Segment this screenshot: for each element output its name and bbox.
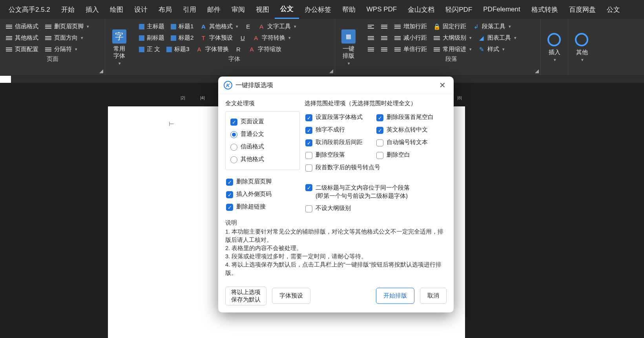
btn-emphasis[interactable]: E [242,22,254,32]
group-launcher-icon[interactable]: ◢ [535,68,539,74]
group-launcher-icon[interactable]: ◢ [329,68,333,74]
close-button[interactable]: ✕ [437,80,448,90]
btn-char-convert[interactable]: A字符转换▾ [250,33,293,43]
menubar: 公文高手2.5.2 开始 插入 绘图 设计 布局 引用 邮件 审阅 视图 公文 … [0,0,644,19]
ribbon-group-paragraph: 增加行距 🔒固定行距 ↲段落工具▾ 减小行距 大纲级别▾ ◢图表工具▾ 单倍行距… [362,19,541,75]
btn-dec-line[interactable]: 减小行距 [392,33,429,43]
menu-ref[interactable]: 引用 [177,0,202,19]
menu-draw[interactable]: 绘图 [104,0,129,19]
btn-font-replace[interactable]: A字体替换 [193,44,231,55]
menu-gongwen2[interactable]: 公文 [601,0,626,19]
btn-font-other[interactable]: A其他格式▾ [197,21,241,32]
checkbox-icon [305,139,312,146]
menu-pdfelement[interactable]: PDFelement [478,0,525,19]
btn-align-vert[interactable] [378,44,390,55]
checkbox-icon [226,179,233,186]
btn-page-direction[interactable]: 页面方向▾ [42,33,86,43]
checkbox-icon [376,152,383,159]
font-icon: 字 [112,29,126,44]
check-del-blank[interactable]: 删除空白 [376,149,447,161]
check-punct-convert[interactable]: 英文标点转中文 [376,124,447,136]
menu-convert[interactable]: 格式转换 [526,0,564,19]
menu-help[interactable]: 帮助 [337,0,361,19]
indent-icon [433,46,440,53]
menu-mail[interactable]: 邮件 [202,0,226,19]
btn-align-right[interactable] [365,33,377,43]
btn-style[interactable]: ✎样式▾ [476,44,507,55]
check-del-hyperlink[interactable]: 删除超链接 [225,201,300,213]
check-del-header-footer[interactable]: 删除页眉页脚 [225,175,300,188]
btn-font-preset[interactable]: T字体预设 [197,33,235,43]
menu-lightpdf[interactable]: 轻闪PDF [440,0,478,19]
btn-cancel[interactable]: 取消 [420,288,447,304]
check-insert-page-number[interactable]: 插入外侧页码 [225,188,300,201]
btn-main-title[interactable]: 主标题 [137,21,167,32]
text-tool-icon: A [258,23,265,30]
btn-para-tool[interactable]: ↲段落工具▾ [470,21,513,32]
menu-wpspdf[interactable]: WPS PDF [361,0,402,19]
btn-rotate[interactable]: R [233,44,244,55]
menu-jinshan[interactable]: 金山文档 [402,0,440,19]
btn-align-dist[interactable] [365,44,377,55]
check-comma-to-dot[interactable]: 段首数字后的顿号转点号 [305,161,447,174]
align-left-icon [367,23,374,30]
text-cursor: ⊢ [169,120,174,128]
menu-gongwen[interactable]: 公文 [275,0,299,19]
btn-other-format[interactable]: 其他格式 [3,33,41,43]
radio-normal-doc[interactable]: 普通公文 [230,128,296,141]
btn-underline[interactable]: U [237,33,248,43]
btn-save-default[interactable]: 将以上选项 保存为默认 [225,287,266,305]
btn-h2[interactable]: 标题2 [168,33,196,43]
radio-other-format[interactable]: 其他格式 [230,153,296,166]
menu-start[interactable]: 开始 [56,0,80,19]
btn-letter-format[interactable]: 信函格式 [3,21,41,32]
radio-letter-format[interactable]: 信函格式 [230,141,296,153]
menu-insert[interactable]: 插入 [80,0,104,19]
btn-h1[interactable]: 标题1 [168,21,196,32]
btn-fix-line[interactable]: 🔒固定行距 [431,21,469,32]
dialog-explain: 说明 1. 本功能主要针对常见公文的辅助排版，对论文等其他格式公文不一定完全适用… [218,219,454,282]
menu-review[interactable]: 审阅 [226,0,250,19]
btn-text-tool[interactable]: A文字工具▾ [255,21,299,32]
check-subtitle-with-body[interactable]: 二级标题与正文内容位于同一个段落 (即第一个句号前设为二级标题字体) [305,181,447,202]
check-del-empty-para[interactable]: 删除空段落 [305,149,376,161]
underline-icon: U [239,35,246,42]
btn-sub-title[interactable]: 副标题 [137,33,167,43]
check-cancel-spacing[interactable]: 取消段前段后间距 [305,136,376,149]
checkbox-icon [376,114,383,121]
menu-design[interactable]: 设计 [129,0,153,19]
menu-baidu[interactable]: 百度网盘 [564,0,601,19]
ribbon-btn-common-font[interactable]: 字 常用字体▾ [105,19,133,75]
ribbon-btn-insert[interactable]: 插入▾ [541,19,568,75]
btn-page-config[interactable]: 页面配置 [3,44,41,55]
group-launcher-icon[interactable]: ◢ [99,68,103,74]
menu-layout[interactable]: 布局 [153,0,177,19]
ribbon-btn-other[interactable]: 其他▾ [568,19,596,75]
btn-font-preset[interactable]: 字体预设 [272,288,310,304]
btn-indent[interactable]: 常用缩进▾ [431,44,474,55]
emphasis-icon: E [244,23,252,30]
btn-separator[interactable]: 分隔符▾ [42,44,80,55]
btn-inc-line[interactable]: 增加行距 [392,21,429,32]
btn-body[interactable]: 正 文 [137,44,162,55]
check-page-setup[interactable]: 页面设置 [230,115,296,128]
btn-align-center[interactable] [378,22,390,32]
check-para-font-format[interactable]: 设置段落字体格式 [305,111,376,124]
btn-h3[interactable]: 标题3 [164,44,192,55]
btn-start-layout[interactable]: 开始排版 [376,288,414,304]
char-convert-icon: A [252,35,259,42]
check-auto-number-text[interactable]: 自动编号转文本 [376,136,447,149]
btn-del-header-footer[interactable]: 删页眉页脚▾ [42,21,91,32]
btn-outline[interactable]: 大纲级别▾ [431,33,474,43]
btn-align-left[interactable] [365,22,377,32]
menu-view[interactable]: 视图 [250,0,275,19]
ribbon-btn-onekey-layout[interactable]: ▦ 一键排版▾ [335,19,362,75]
check-single-char-line[interactable]: 独字不成行 [305,124,376,136]
btn-align-justify[interactable] [378,33,390,43]
check-no-outline[interactable]: 不设大纲级别 [305,202,447,215]
menu-office-tab[interactable]: 办公标签 [299,0,337,19]
btn-chart-tool[interactable]: ◢图表工具▾ [476,33,519,43]
btn-char-zoom[interactable]: A字符缩放 [246,44,284,55]
btn-single-line[interactable]: 单倍行距 [392,44,429,55]
check-trim-space[interactable]: 删除段落首尾空白 [376,111,447,124]
